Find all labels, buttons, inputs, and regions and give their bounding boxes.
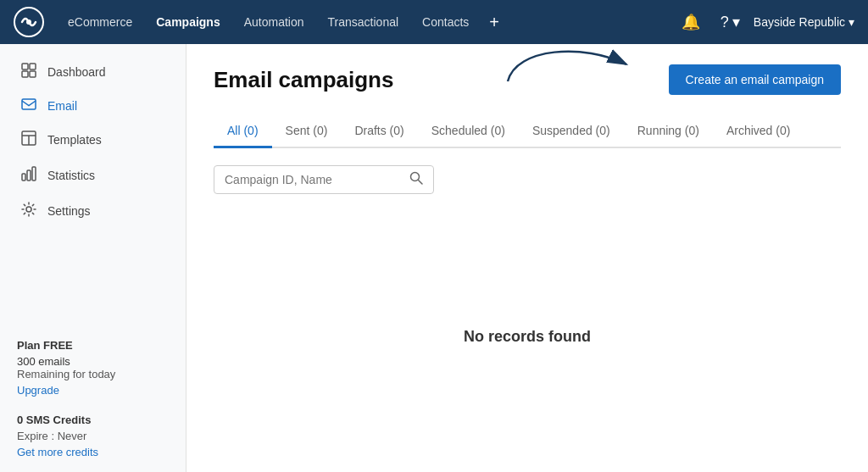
sidebar-item-settings[interactable]: Settings (3, 193, 182, 229)
org-selector[interactable]: Bayside Republic ▾ (754, 15, 854, 29)
sms-credits: 0 SMS Credits (17, 414, 169, 426)
arrow-decoration (499, 44, 635, 90)
get-credits-link[interactable]: Get more credits (17, 446, 98, 458)
tab-running[interactable]: Running (0) (624, 115, 713, 148)
tab-all[interactable]: All (0) (214, 115, 272, 148)
sidebar-item-dashboard[interactable]: Dashboard (3, 54, 182, 90)
sms-section: 0 SMS Credits Expire : Never Get more cr… (17, 414, 169, 458)
plan-name: Plan FREE (17, 339, 169, 352)
statistics-icon (20, 166, 37, 185)
sidebar-nav: Dashboard Email Templates Statistics (0, 44, 186, 239)
top-navigation: eCommerce Campaigns Automation Transacti… (0, 0, 868, 44)
search-icon (409, 171, 423, 188)
nav-right: 🔔 ? ▾ Bayside Republic ▾ (675, 9, 854, 35)
tab-scheduled[interactable]: Scheduled (0) (418, 115, 519, 148)
sidebar-item-email[interactable]: Email (3, 90, 182, 122)
help-button[interactable]: ? ▾ (714, 9, 747, 35)
sidebar-item-settings-label: Settings (47, 204, 91, 218)
nav-contacts[interactable]: Contacts (412, 10, 479, 34)
campaign-tabs: All (0) Sent (0) Drafts (0) Scheduled (0… (214, 115, 841, 148)
search-row (214, 165, 841, 194)
main-content: Email campaigns Create an email campaign… (186, 44, 868, 472)
notifications-button[interactable]: 🔔 (675, 9, 707, 35)
svg-rect-3 (30, 64, 36, 69)
sidebar-item-statistics[interactable]: Statistics (3, 158, 182, 193)
nav-transactional[interactable]: Transactional (318, 10, 409, 34)
expire-label: Expire : Never (17, 430, 169, 442)
plan-emails: 300 emails (17, 355, 169, 368)
sidebar-item-statistics-label: Statistics (47, 169, 95, 182)
upgrade-link[interactable]: Upgrade (17, 384, 59, 397)
nav-campaigns[interactable]: Campaigns (146, 10, 230, 34)
svg-rect-10 (22, 174, 25, 180)
nav-links: eCommerce Campaigns Automation Transacti… (58, 9, 675, 36)
svg-rect-4 (22, 71, 28, 77)
plan-remaining: Remaining for today (17, 368, 169, 380)
sidebar-item-templates[interactable]: Templates (3, 122, 182, 158)
app-logo[interactable] (14, 7, 44, 37)
tab-drafts[interactable]: Drafts (0) (341, 115, 417, 148)
svg-rect-11 (27, 170, 31, 180)
svg-point-1 (26, 19, 31, 25)
sidebar-item-templates-label: Templates (47, 133, 102, 147)
main-layout: Dashboard Email Templates Statistics (0, 44, 868, 472)
svg-rect-6 (22, 99, 36, 109)
arrow-annotation: Create an email campaign (669, 64, 841, 95)
sidebar-item-dashboard-label: Dashboard (47, 65, 106, 79)
svg-rect-12 (32, 167, 36, 180)
svg-line-16 (419, 180, 423, 185)
tab-suspended[interactable]: Suspended (0) (519, 115, 624, 148)
tab-archived[interactable]: Archived (0) (713, 115, 804, 148)
templates-icon (20, 130, 37, 149)
nav-ecommerce[interactable]: eCommerce (58, 10, 142, 34)
content-header: Email campaigns Create an email campaign (214, 64, 841, 95)
search-input[interactable] (225, 173, 403, 186)
create-campaign-button[interactable]: Create an email campaign (669, 64, 841, 95)
sidebar-footer: Plan FREE 300 emails Remaining for today… (0, 325, 186, 472)
empty-state: No records found (214, 221, 841, 452)
svg-rect-5 (30, 71, 36, 77)
nav-automation[interactable]: Automation (234, 10, 314, 34)
svg-point-13 (26, 207, 31, 212)
settings-icon (20, 202, 37, 220)
sidebar: Dashboard Email Templates Statistics (0, 44, 186, 472)
empty-state-message: No records found (464, 328, 591, 346)
dashboard-icon (20, 63, 37, 81)
add-button[interactable]: + (482, 9, 506, 36)
tab-sent[interactable]: Sent (0) (272, 115, 342, 148)
search-box (214, 165, 434, 194)
svg-rect-2 (22, 64, 28, 69)
page-title: Email campaigns (214, 67, 393, 93)
sidebar-item-email-label: Email (47, 99, 77, 113)
email-icon (20, 98, 37, 114)
